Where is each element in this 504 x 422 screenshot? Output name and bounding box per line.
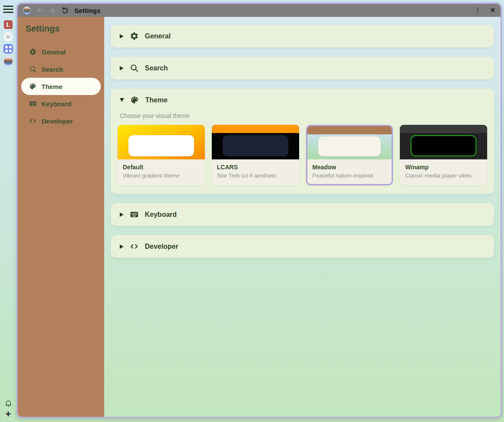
theme-card-default[interactable]: Default Vibrant gradient theme [118, 125, 205, 185]
hamburger-menu-icon[interactable] [3, 4, 13, 15]
theme-name: Default [123, 164, 200, 171]
window-close-icon[interactable]: ✕ [490, 6, 495, 14]
settings-sidebar: Settings General Search Theme [18, 17, 104, 417]
forward-button[interactable] [49, 7, 56, 13]
theme-description: Vibrant gradient theme [123, 172, 200, 179]
theme-preview-meadow [307, 126, 392, 159]
palette-icon [130, 95, 139, 105]
section-general: General [111, 25, 494, 48]
desktop-taskbar: L W + [0, 0, 16, 422]
section-search-header[interactable]: Search [111, 57, 494, 79]
section-keyboard: Keyboard [111, 203, 494, 226]
window-menu-kebab-icon[interactable]: ⋮ [474, 6, 481, 14]
sidebar-item-label: General [41, 48, 66, 56]
window-titlebar[interactable]: Settings ⋮ ✕ [18, 4, 501, 17]
search-icon [29, 65, 37, 73]
collapse-triangle-icon [120, 98, 124, 102]
notifications-bell-icon[interactable] [4, 399, 13, 407]
section-developer-header[interactable]: Developer [111, 235, 494, 258]
section-label: Developer [145, 243, 178, 251]
theme-description: Peaceful nature-inspired [313, 172, 387, 179]
theme-name: LCARS [217, 164, 294, 171]
section-theme: Theme Choose your visual theme Default V… [111, 89, 494, 194]
theme-card-winamp[interactable]: Winamp Classic media player vibes [400, 125, 487, 185]
sidebar-item-keyboard[interactable]: Keyboard [21, 95, 101, 112]
back-button[interactable] [36, 7, 43, 13]
theme-name: Meadow [313, 164, 387, 171]
gear-icon [130, 32, 139, 41]
section-label: Theme [145, 96, 168, 104]
apps-grid-icon[interactable] [3, 44, 13, 54]
reload-button[interactable] [61, 7, 69, 14]
settings-window: Settings ⋮ ✕ Settings General Search [16, 3, 502, 418]
sidebar-item-theme[interactable]: Theme [21, 78, 101, 95]
wiki-app-icon[interactable]: W [3, 32, 13, 41]
section-label: Search [145, 64, 168, 72]
code-icon [29, 117, 37, 125]
search-icon [130, 63, 139, 73]
sidebar-item-search[interactable]: Search [21, 60, 101, 78]
app-logo-icon[interactable] [3, 56, 13, 67]
section-theme-header[interactable]: Theme [111, 89, 494, 111]
section-developer: Developer [111, 235, 494, 258]
theme-card-meadow[interactable]: Meadow Peaceful nature-inspired [306, 125, 393, 185]
keyboard-icon [29, 100, 37, 108]
window-title: Settings [74, 7, 101, 14]
window-app-logo-icon [23, 6, 31, 14]
section-search: Search [111, 57, 494, 79]
theme-card-lcars[interactable]: LCARS Star Trek sci-fi aesthetic [212, 125, 299, 185]
theme-section-subtitle: Choose your visual theme [111, 112, 494, 119]
sidebar-item-general[interactable]: General [21, 43, 101, 60]
theme-name: Winamp [405, 164, 482, 171]
section-general-header[interactable]: General [111, 25, 494, 48]
expand-triangle-icon [120, 34, 124, 38]
keyboard-icon [130, 210, 139, 219]
add-new-icon[interactable]: + [6, 410, 11, 419]
theme-preview-winamp [400, 125, 487, 159]
section-label: General [145, 32, 171, 40]
expand-triangle-icon [120, 66, 124, 70]
expand-triangle-icon [120, 213, 124, 217]
code-icon [130, 242, 139, 251]
sidebar-item-label: Developer [41, 117, 73, 125]
expand-triangle-icon [120, 244, 124, 249]
palette-icon [29, 82, 37, 90]
settings-main-pane: General Search [104, 17, 501, 417]
sidebar-item-label: Keyboard [41, 100, 71, 108]
section-label: Keyboard [145, 211, 177, 219]
sidebar-heading: Settings [18, 24, 104, 34]
sidebar-item-label: Search [41, 66, 63, 73]
theme-card-grid: Default Vibrant gradient theme LCARS Sta… [111, 125, 494, 185]
gear-icon [29, 48, 37, 56]
theme-description: Star Trek sci-fi aesthetic [217, 172, 294, 179]
theme-preview-default [118, 125, 205, 159]
libre-app-icon[interactable]: L [3, 20, 13, 29]
theme-preview-lcars [212, 125, 299, 159]
sidebar-item-developer[interactable]: Developer [21, 112, 101, 130]
section-keyboard-header[interactable]: Keyboard [111, 203, 494, 226]
sidebar-item-label: Theme [41, 83, 62, 90]
theme-description: Classic media player vibes [405, 172, 482, 179]
